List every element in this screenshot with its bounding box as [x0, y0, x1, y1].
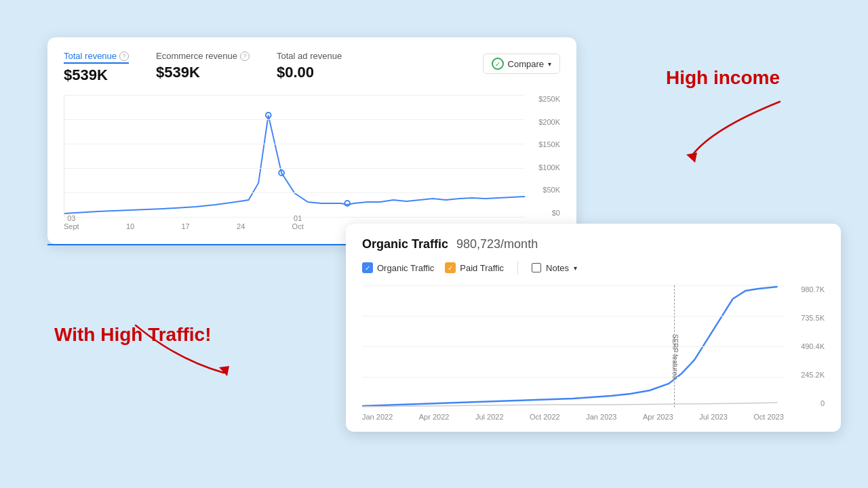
grid-line-4	[64, 192, 525, 193]
revenue-chart: $0 $50K $100K $150K $200K $250K 03 Sept …	[64, 95, 560, 230]
notes-icon	[532, 263, 541, 272]
traffic-y-labels: 0 245.2K 490.4K 735.5K 980.7K	[787, 285, 825, 407]
traffic-legend: ✓ Organic Traffic ✓ Paid Traffic Notes ▾	[362, 261, 825, 274]
organic-traffic-label: Organic Traffic	[377, 263, 434, 273]
y-label-50k: $50K	[528, 186, 560, 194]
traffic-header: Organic Traffic 980,723/month	[362, 237, 825, 251]
grid-line-1	[64, 119, 525, 120]
x-label-03: 03 Sept	[64, 214, 79, 230]
compare-button[interactable]: ✓ Compare ▾	[483, 54, 560, 74]
notes-button[interactable]: Notes ▾	[532, 263, 577, 273]
traffic-x-jan22: Jan 2022	[362, 413, 393, 421]
total-revenue-label: Total revenue ?	[64, 51, 129, 64]
organic-traffic-legend: ✓ Organic Traffic	[362, 262, 434, 273]
traffic-y-735k: 735.5K	[787, 314, 825, 322]
notes-label: Notes	[546, 263, 569, 273]
x-label-10: 10	[126, 222, 134, 230]
total-ad-revenue-value: $0.00	[277, 64, 342, 81]
paid-traffic-label: Paid Traffic	[460, 263, 504, 273]
y-label-200k: $200K	[528, 118, 560, 126]
traffic-grid-1	[362, 316, 784, 317]
svg-marker-3	[686, 152, 697, 163]
traffic-x-oct23: Oct 2023	[753, 413, 784, 421]
traffic-chart-plot: SERP features	[362, 285, 784, 407]
traffic-x-jul22: Jul 2022	[475, 413, 504, 421]
check-circle-icon: ✓	[492, 58, 504, 70]
ecommerce-revenue-text: Ecommerce revenue	[156, 51, 237, 61]
traffic-y-245k: 245.2K	[787, 371, 825, 379]
traffic-value: 980,723/month	[456, 237, 538, 251]
paid-traffic-legend: ✓ Paid Traffic	[445, 262, 504, 273]
ecommerce-revenue-metric: Ecommerce revenue ? $539K	[156, 51, 250, 84]
y-label-0: $0	[528, 209, 560, 217]
total-ad-revenue-label: Total ad revenue	[277, 51, 342, 61]
compare-label: Compare	[508, 59, 544, 69]
high-income-arrow	[671, 88, 807, 176]
traffic-y-0: 0	[787, 399, 825, 407]
traffic-y-980k: 980.7K	[787, 285, 825, 293]
traffic-chart: SERP features 0 245.2K 490.4K 735.5K 980…	[362, 285, 825, 421]
notes-chevron-icon: ▾	[574, 264, 577, 272]
traffic-x-jul23: Jul 2023	[699, 413, 728, 421]
high-traffic-arrow	[95, 319, 244, 386]
total-revenue-info-icon[interactable]: ?	[119, 52, 129, 61]
ecommerce-revenue-info-icon[interactable]: ?	[240, 52, 250, 61]
traffic-grid-0	[362, 285, 784, 286]
x-label-01: 01 Oct	[292, 214, 304, 230]
traffic-x-apr22: Apr 2022	[419, 413, 450, 421]
traffic-x-jan23: Jan 2023	[586, 413, 616, 421]
total-ad-revenue-text: Total ad revenue	[277, 51, 342, 61]
y-label-100k: $100K	[528, 163, 560, 171]
total-revenue-value: $539K	[64, 66, 129, 84]
revenue-metrics: Total revenue ? $539K Ecommerce revenue …	[64, 51, 342, 84]
ecommerce-revenue-value: $539K	[156, 64, 250, 81]
traffic-grid-2	[362, 346, 784, 347]
chart-plot-area	[64, 95, 525, 217]
grid-line-top	[64, 95, 525, 96]
y-label-150k: $150K	[528, 140, 560, 148]
traffic-x-apr23: Apr 2023	[643, 413, 673, 421]
grid-line-2	[64, 144, 525, 144]
serp-features-label: SERP features	[671, 334, 679, 379]
x-label-24: 24	[237, 222, 245, 230]
traffic-card: Organic Traffic 980,723/month ✓ Organic …	[346, 224, 841, 432]
traffic-y-490k: 490.4K	[787, 342, 825, 350]
traffic-x-labels: Jan 2022 Apr 2022 Jul 2022 Oct 2022 Jan …	[362, 413, 784, 421]
traffic-grid-3	[362, 377, 784, 378]
organic-check-icon: ✓	[362, 262, 373, 273]
revenue-chart-svg	[64, 95, 525, 217]
chevron-down-icon: ▾	[548, 60, 551, 68]
high-income-annotation: High income	[666, 68, 780, 89]
legend-divider	[517, 261, 518, 274]
ecommerce-revenue-label: Ecommerce revenue ?	[156, 51, 250, 61]
revenue-card: Total revenue ? $539K Ecommerce revenue …	[47, 37, 576, 244]
total-ad-revenue-metric: Total ad revenue $0.00	[277, 51, 342, 84]
traffic-title: Organic Traffic	[362, 237, 448, 251]
paid-check-icon: ✓	[445, 262, 456, 273]
y-axis-labels: $0 $50K $100K $150K $200K $250K	[528, 95, 560, 217]
total-revenue-metric: Total revenue ? $539K	[64, 51, 129, 84]
total-revenue-text: Total revenue	[64, 51, 117, 61]
x-label-17: 17	[181, 222, 189, 230]
traffic-x-oct22: Oct 2022	[530, 413, 560, 421]
grid-line-3	[64, 168, 525, 169]
y-label-250k: $250K	[528, 95, 560, 103]
